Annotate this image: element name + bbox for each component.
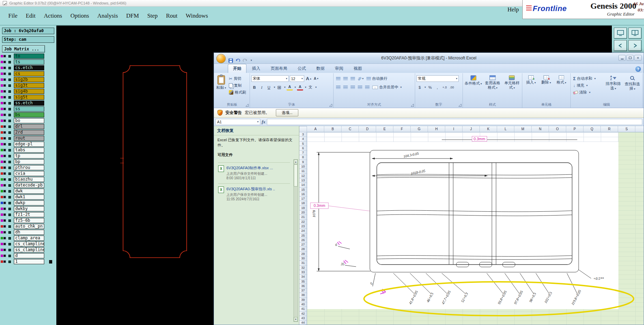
layer-row[interactable]: ss.etch (0, 100, 56, 106)
layer-name[interactable]: dwkp (14, 200, 44, 205)
layer-name[interactable]: rout (14, 136, 44, 141)
font-family-select[interactable]: 宋体▾ (251, 75, 289, 82)
menu-item[interactable]: Step (147, 12, 158, 19)
row-header[interactable]: 3 (299, 132, 307, 137)
layer-visibility-checkbox[interactable] (8, 172, 11, 175)
conditional-formatting-button[interactable]: 条件格式▾ (464, 74, 482, 102)
layer-name[interactable]: clamp_area (14, 236, 44, 241)
layer-row[interactable]: cvia (0, 171, 56, 176)
fill-button[interactable]: ↓填充▾ (572, 83, 603, 88)
sort-filter-button[interactable]: AZ 排序和筛选▾ (604, 74, 622, 102)
menu-item[interactable]: Actions (44, 12, 62, 19)
layer-name[interactable]: sig2b (14, 77, 44, 82)
layer-name[interactable]: cs.etch (14, 65, 44, 70)
row-header[interactable]: 41 (299, 307, 307, 311)
column-header[interactable]: D (359, 126, 376, 132)
layer-visibility-checkbox[interactable] (8, 178, 11, 181)
fill-color-button[interactable]: A (287, 84, 293, 90)
row-headers[interactable]: 3456789101112131415161718192021222324252… (299, 132, 307, 325)
menu-item-help[interactable]: Help (507, 0, 519, 19)
column-header[interactable]: L (497, 126, 514, 132)
align-right-button[interactable] (349, 84, 356, 90)
layer-name[interactable]: sig5t (14, 95, 44, 100)
tab-review[interactable]: 审阅 (330, 64, 348, 73)
layer-visibility-checkbox[interactable] (8, 248, 11, 252)
layer-visibility-checkbox[interactable] (8, 131, 11, 134)
layer-name[interactable]: edge-pl (14, 142, 44, 147)
align-middle-button[interactable] (342, 75, 348, 82)
row-header[interactable]: 26 (299, 238, 307, 242)
layer-name[interactable]: datecode-pb (14, 183, 44, 188)
row-header[interactable]: 32 (299, 266, 307, 270)
row-header[interactable]: 25 (299, 233, 307, 238)
layer-row[interactable]: datecode-pb (0, 182, 56, 188)
layer-visibility-checkbox[interactable] (8, 207, 11, 211)
layer-row[interactable]: ss (0, 106, 56, 112)
layer-row[interactable]: 2rd (0, 130, 56, 135)
redo-icon[interactable] (243, 58, 248, 63)
format-painter-button[interactable]: 格式刷 (228, 89, 247, 95)
cell-styles-button[interactable]: 单元格样式▾ (503, 74, 521, 102)
insert-function-button[interactable]: fx (262, 119, 265, 125)
select-all-corner[interactable] (299, 126, 307, 132)
layer-name[interactable]: bs (14, 112, 44, 117)
layer-visibility-checkbox[interactable] (8, 60, 11, 64)
excel-titlebar[interactable]: ▾ 6V3Q20AFA0-预审指示 [兼容模式] - Microsoft Exc… (214, 53, 644, 64)
name-box[interactable]: A1▾ (215, 119, 260, 125)
row-header[interactable]: 28 (299, 247, 307, 251)
layer-name[interactable]: cvia (14, 171, 44, 176)
layer-name[interactable]: dh (14, 230, 44, 235)
font-size-select[interactable]: 12▾ (290, 75, 304, 82)
clipboard-dialog-launcher[interactable] (246, 104, 249, 107)
save-icon[interactable] (228, 58, 233, 63)
row-header[interactable]: 9 (299, 160, 307, 164)
job-matrix-button[interactable]: Job Matrix ... (2, 45, 45, 52)
layer-visibility-checkbox[interactable] (8, 154, 11, 158)
column-header[interactable]: M (514, 126, 532, 132)
layer-visibility-checkbox[interactable] (8, 231, 11, 234)
row-header[interactable]: 43 (299, 316, 307, 321)
layer-row[interactable]: edge-pl (0, 141, 56, 147)
row-header[interactable]: 37 (299, 288, 307, 293)
layer-row[interactable]: bo (0, 118, 56, 124)
layer-row[interactable]: d (0, 253, 56, 259)
row-header[interactable]: 30 (299, 256, 307, 261)
borders-button[interactable]: ⊞ (276, 84, 282, 90)
currency-format-button[interactable]: $ (417, 84, 423, 90)
layer-visibility-checkbox[interactable] (8, 102, 11, 105)
bold-button[interactable]: B (251, 84, 258, 90)
help-icon[interactable]: ? (635, 66, 641, 72)
layer-name[interactable]: fz1-2t (14, 212, 44, 217)
pan-right-button[interactable] (628, 40, 642, 51)
column-header[interactable]: J (463, 126, 480, 132)
screen-view-button[interactable] (614, 28, 627, 39)
menu-item[interactable]: Edit (26, 12, 35, 19)
row-header[interactable]: 16 (299, 192, 307, 197)
layer-name[interactable]: bp (14, 159, 44, 164)
paste-button[interactable]: 粘贴▾ (216, 74, 226, 95)
menu-item[interactable]: Rout (166, 12, 177, 19)
row-header[interactable]: 23 (299, 224, 307, 229)
row-header[interactable]: 27 (299, 242, 307, 247)
align-bottom-button[interactable] (349, 75, 356, 82)
column-header[interactable]: R (601, 126, 618, 132)
layer-name[interactable]: drl (14, 124, 44, 129)
row-header[interactable]: 44 (299, 321, 307, 325)
row-header[interactable]: 18 (299, 201, 307, 205)
layer-name[interactable]: ss.etch (14, 101, 44, 106)
tab-insert[interactable]: 插入 (247, 64, 265, 73)
layer-row[interactable]: fz5-6b (0, 218, 56, 223)
layer-name[interactable]: dwk1 (14, 194, 44, 200)
row-header[interactable]: 4 (299, 137, 307, 141)
grow-font-button[interactable]: A▴ (305, 75, 312, 82)
layer-visibility-checkbox[interactable] (8, 96, 11, 99)
layer-row[interactable]: dwk (0, 188, 56, 194)
layer-row[interactable]: cs_clampline (0, 241, 56, 247)
layer-name[interactable]: biaozhu (14, 177, 44, 182)
menu-item[interactable]: File (8, 12, 17, 19)
excel-close-button[interactable]: × (634, 55, 642, 61)
layer-name[interactable]: to (14, 54, 44, 59)
security-options-button[interactable]: 选项... (276, 109, 298, 116)
column-header[interactable]: B (324, 126, 342, 132)
layer-visibility-checkbox[interactable] (8, 254, 11, 258)
